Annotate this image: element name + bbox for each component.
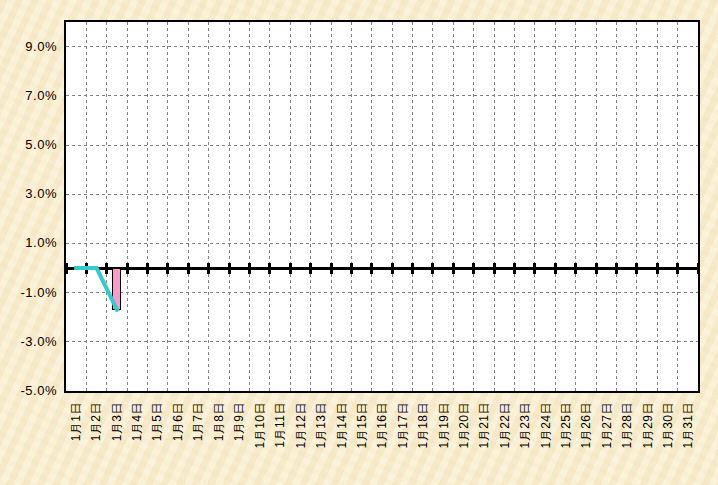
x-tick-label: 1月25日 xyxy=(558,402,572,449)
y-tick-label: 7.0% xyxy=(0,88,57,104)
x-tick-label: 1月22日 xyxy=(497,402,511,449)
x-tick-label: 1月8日 xyxy=(212,402,226,441)
y-tick-label: -3.0% xyxy=(0,334,57,350)
y-tick-label: -5.0% xyxy=(0,383,57,399)
x-tick-label: 1月23日 xyxy=(518,402,532,449)
x-tick-label: 1月15日 xyxy=(355,402,369,449)
x-tick-label: 1月28日 xyxy=(620,402,634,449)
x-tick-label: 1月9日 xyxy=(232,402,246,441)
x-tick-label: 1月17日 xyxy=(395,402,409,449)
x-tick-label: 1月20日 xyxy=(457,402,471,449)
x-tick-label: 1月1日 xyxy=(69,402,83,441)
x-tick-label: 1月14日 xyxy=(334,402,348,449)
x-tick-label: 1月30日 xyxy=(660,402,674,449)
x-tick-label: 1月24日 xyxy=(538,402,552,449)
x-tick-label: 1月10日 xyxy=(253,402,267,449)
x-tick-label: 1月31日 xyxy=(681,402,695,449)
y-tick-label: 5.0% xyxy=(0,137,57,153)
y-tick-label: 1.0% xyxy=(0,235,57,251)
y-tick-label: 9.0% xyxy=(0,39,57,55)
line-series[interactable] xyxy=(66,22,698,391)
x-tick-label: 1月2日 xyxy=(90,402,104,441)
x-tick-label: 1月27日 xyxy=(599,402,613,449)
x-tick-label: 1月16日 xyxy=(375,402,389,449)
plot-area[interactable] xyxy=(64,20,700,393)
x-tick-label: 1月18日 xyxy=(416,402,430,449)
y-tick-label: 3.0% xyxy=(0,186,57,202)
x-tick-label: 1月21日 xyxy=(477,402,491,449)
x-tick-label: 1月7日 xyxy=(192,402,206,441)
chart-canvas[interactable]: 9.0%7.0%5.0%3.0%1.0%-1.0%-3.0%-5.0% 1月1日… xyxy=(0,0,718,485)
y-tick-label: -1.0% xyxy=(0,285,57,301)
x-tick-label: 1月3日 xyxy=(110,402,124,441)
x-tick-label: 1月12日 xyxy=(293,402,307,449)
x-tick-label: 1月6日 xyxy=(171,402,185,441)
x-tick-label: 1月5日 xyxy=(151,402,165,441)
x-tick-label: 1月11日 xyxy=(273,402,287,448)
x-tick-label: 1月29日 xyxy=(640,402,654,449)
x-tick-label: 1月13日 xyxy=(314,402,328,449)
x-tick-label: 1月26日 xyxy=(579,402,593,449)
x-tick-label: 1月4日 xyxy=(130,402,144,441)
x-tick-label: 1月19日 xyxy=(436,402,450,449)
